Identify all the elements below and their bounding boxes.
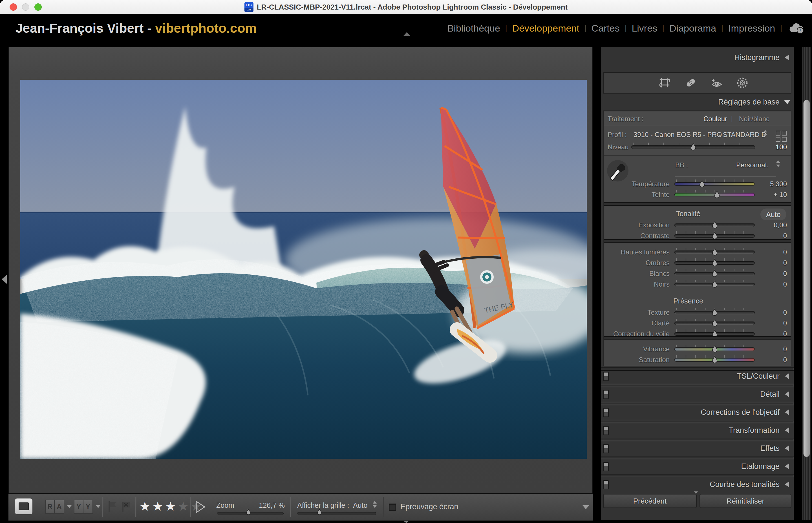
profile-grid-icon[interactable] [776, 131, 787, 142]
slider-value[interactable]: 0,00 [756, 221, 787, 229]
separator [135, 497, 136, 517]
slider-thumb[interactable] [712, 309, 718, 317]
slider-thumb[interactable] [712, 248, 718, 257]
star-4[interactable]: ★ [178, 499, 190, 513]
scrollbar-thumb[interactable] [803, 100, 810, 457]
slider-value[interactable]: 0 [756, 270, 787, 277]
loupe-view-icon[interactable] [15, 499, 32, 514]
amount-value[interactable]: 100 [756, 143, 787, 151]
slider-value[interactable]: 0 [756, 248, 787, 256]
histogram-header[interactable]: Histogramme [601, 50, 794, 65]
zoom-slider-thumb[interactable] [246, 509, 251, 516]
slider-value[interactable]: 0 [756, 319, 787, 327]
wb-value[interactable]: Personnal. [736, 161, 769, 169]
slider-value[interactable]: 0 [756, 345, 787, 353]
impromptu-slideshow-icon[interactable] [195, 500, 206, 514]
panel-toggle-switch[interactable] [603, 444, 609, 453]
photo-windsurfer[interactable]: THE FLY [20, 80, 587, 459]
slider-thumb[interactable] [712, 270, 718, 278]
module-tab-diaporama[interactable]: Diaporama [669, 23, 716, 34]
basic-panel-header[interactable]: Réglages de base [601, 95, 794, 109]
star-2[interactable]: ★ [152, 499, 165, 513]
panel-scrollbar[interactable] [802, 47, 811, 520]
slider-value[interactable]: 0 [756, 259, 787, 267]
before-after-left[interactable]: Y [74, 500, 84, 514]
module-tab-développement[interactable]: Développement [512, 23, 579, 34]
separator: | [505, 24, 507, 33]
profile-variant[interactable]: - STANDARD D [719, 131, 766, 139]
collapse-left-arrow-icon [785, 409, 789, 415]
slider-value[interactable]: 0 [756, 309, 787, 317]
stepper-icon[interactable] [776, 160, 780, 167]
stepper-icon[interactable] [763, 130, 767, 137]
panel-toggle-switch[interactable] [603, 390, 609, 399]
slider-value[interactable]: + 10 [756, 191, 787, 199]
reference-view-icon[interactable]: R A [45, 500, 72, 514]
slider-thumb[interactable] [714, 191, 720, 199]
slider-thumb[interactable] [712, 345, 718, 354]
slider-value[interactable]: 0 [756, 232, 787, 240]
chevron-down-icon[interactable] [67, 505, 72, 508]
module-tab-impression[interactable]: Impression [728, 23, 775, 34]
grid-slider[interactable] [297, 512, 376, 515]
panel-toggle-switch[interactable] [603, 462, 609, 471]
grid-slider-thumb[interactable] [317, 509, 322, 516]
panel-header-effets[interactable]: Effets [601, 441, 794, 456]
toolbar-options-arrow-icon[interactable] [582, 505, 589, 509]
masking-tool-icon[interactable] [737, 77, 748, 89]
reset-button[interactable]: Réinitialiser [700, 494, 791, 508]
chevron-down-icon[interactable] [96, 505, 100, 508]
treatment-bw-option[interactable]: Noir/blanc [739, 115, 770, 123]
slider-value[interactable]: 0 [756, 356, 787, 364]
panel-toggle-switch[interactable] [603, 372, 609, 381]
soft-proofing-checkbox[interactable] [389, 504, 396, 511]
stepper-icon[interactable] [373, 501, 377, 508]
grid-value[interactable]: Auto [353, 501, 367, 509]
star-rating[interactable]: ★★★★★ [139, 499, 203, 513]
slider-thumb[interactable] [712, 221, 718, 230]
auto-tone-button[interactable]: Auto [760, 209, 786, 220]
sync-cloud-alert-icon[interactable]: ! [788, 22, 805, 34]
bottom-panel-expand-arrow-icon[interactable] [404, 521, 409, 523]
panel-header-d-tail[interactable]: Détail [601, 387, 794, 402]
slider-thumb[interactable] [712, 281, 718, 289]
panel-header-corrections-de-l-objectif[interactable]: Corrections de l'objectif [601, 405, 794, 420]
reference-view-left[interactable]: R [45, 500, 55, 514]
reference-view-right[interactable]: A [55, 500, 64, 514]
top-panel-collapse-arrow-icon[interactable] [403, 32, 410, 36]
before-after-view-icon[interactable]: Y Y [74, 500, 100, 514]
slider-thumb[interactable] [699, 180, 705, 188]
panel-toggle-switch[interactable] [603, 408, 609, 417]
panel-header-transformation[interactable]: Transformation [601, 423, 794, 438]
slider-thumb[interactable] [712, 319, 718, 328]
slider-thumb[interactable] [712, 259, 718, 267]
healing-brush-icon[interactable] [685, 77, 696, 89]
panel-toggle-switch[interactable] [603, 480, 609, 489]
treatment-color-option[interactable]: Couleur [704, 115, 727, 123]
profile-value[interactable]: 3910 - Canon EOS R5 - PRO [634, 131, 722, 139]
module-tab-livres[interactable]: Livres [632, 23, 657, 34]
before-after-right[interactable]: Y [84, 500, 93, 514]
zoom-value[interactable]: 126,7 % [251, 501, 285, 509]
panel-header-tsl-couleur[interactable]: TSL/Couleur [601, 369, 794, 384]
previous-button[interactable]: Précédent [603, 494, 697, 508]
pick-flag-icon[interactable] [108, 501, 117, 512]
star-3[interactable]: ★ [165, 499, 178, 513]
star-1[interactable]: ★ [139, 499, 152, 513]
panel-toggle-switch[interactable] [603, 426, 609, 435]
slider-thumb[interactable] [712, 356, 718, 364]
amount-slider-thumb[interactable] [690, 143, 696, 151]
module-tab-cartes[interactable]: Cartes [592, 23, 620, 34]
slider-track[interactable] [674, 182, 755, 186]
red-eye-tool-icon[interactable] [710, 77, 722, 89]
divider [601, 438, 794, 441]
slider-value[interactable]: 0 [756, 281, 787, 288]
crop-tool-icon[interactable] [659, 77, 670, 89]
slider-value[interactable]: 5 300 [756, 180, 787, 188]
left-panel-expand-arrow-icon[interactable] [2, 275, 7, 284]
divider [604, 239, 791, 242]
panel-header-courbe-des-tonalit-s[interactable]: Courbe des tonalités [601, 477, 794, 492]
panel-header-etalonnage[interactable]: Etalonnage [601, 459, 794, 474]
reject-flag-icon[interactable] [121, 501, 131, 512]
module-tab-bibliothèque[interactable]: Bibliothèque [447, 23, 500, 34]
